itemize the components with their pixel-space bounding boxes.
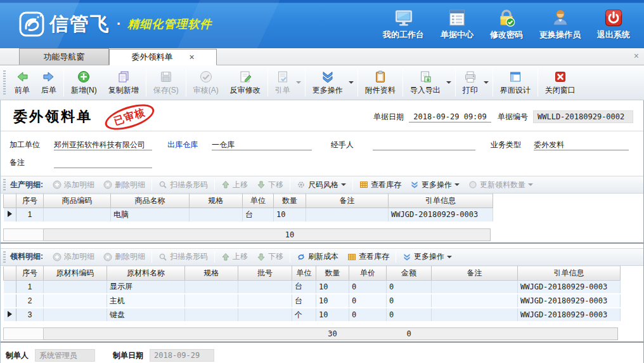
view-stock-button[interactable]: 查看库存 <box>343 251 394 262</box>
column-header[interactable]: 批号 <box>238 266 292 280</box>
save-button[interactable]: 保存(S) <box>148 68 184 98</box>
bill-no-label: 单据编号 <box>498 112 528 122</box>
size-style-gear-icon <box>297 180 306 189</box>
ui-design-button[interactable]: 界面设计 <box>494 68 536 98</box>
row-marker-header <box>4 194 16 208</box>
audit-button[interactable]: 审核(A) <box>188 68 224 98</box>
dropdown-caret-icon[interactable] <box>528 183 533 186</box>
more-actions-button[interactable]: 更多操作 <box>398 251 456 262</box>
production-section: 生产明细: 添加明细 删除明细 扫描条形码 上移 <box>1 176 643 244</box>
import-export-button[interactable]: 导入导出 <box>404 68 446 98</box>
new-doc-button[interactable]: 新增(N) <box>65 68 103 98</box>
row-marker-header <box>4 266 16 280</box>
dropdown-caret-icon[interactable] <box>349 81 354 84</box>
column-header[interactable]: 序号 <box>16 194 44 208</box>
column-header[interactable]: 数量 <box>316 266 349 280</box>
next-doc-button[interactable]: 后单 <box>35 68 62 98</box>
close-window-button[interactable]: 关闭窗口 <box>539 68 581 98</box>
scan-barcode-button[interactable]: 扫描条形码 <box>154 180 212 190</box>
add-detail-button[interactable]: 添加明细 <box>48 251 99 262</box>
more-chevrons-icon <box>410 180 419 189</box>
toolbar-separator <box>151 251 152 263</box>
main-toolbar: 前单 后单 新增(N) 复制新增 保存(S) 审核(A) 反审修改 <box>0 65 644 100</box>
dropdown-caret-icon[interactable] <box>296 81 301 84</box>
remark-field[interactable] <box>54 157 152 168</box>
move-up-button[interactable]: 上移 <box>217 251 252 262</box>
close-window-icon <box>553 70 567 84</box>
column-header[interactable]: 金额 <box>387 266 432 280</box>
nav-switch-operator[interactable]: 更换操作员 <box>539 8 581 41</box>
toolbar-grip-handle[interactable] <box>3 179 6 190</box>
material-section-label: 领料明细: <box>10 251 43 262</box>
column-header[interactable]: 单位 <box>292 266 316 280</box>
update-material-qty-button[interactable]: 更新领料数量 <box>464 180 538 190</box>
toolbar-separator <box>290 179 290 190</box>
make-date-label: 制单日期 <box>113 350 143 361</box>
delete-detail-button[interactable]: 删除明细 <box>99 251 150 262</box>
warehouse-link[interactable]: 出库仓库 <box>167 140 198 150</box>
print-icon <box>463 70 477 84</box>
unaudit-modify-button[interactable]: 反审修改 <box>224 68 266 98</box>
move-up-button[interactable]: 上移 <box>217 180 252 190</box>
column-header[interactable]: 商品名称 <box>111 194 190 208</box>
handler-field[interactable] <box>373 139 475 150</box>
attachments-button[interactable]: 附件资料 <box>359 68 401 98</box>
scan-barcode-button[interactable]: 扫描条形码 <box>154 251 212 262</box>
material-total-qty: 30 <box>316 328 349 340</box>
table-row[interactable]: 2 主机 台 10 0 0 WWJGD-20180929-0003 <box>4 294 621 308</box>
column-header[interactable]: 序号 <box>16 266 44 280</box>
nav-change-password[interactable]: 修改密码 <box>490 8 523 41</box>
table-row[interactable]: 3 键盘 个 10 0 0 WWJGD-20180929-0003 <box>4 308 621 322</box>
column-header[interactable]: 规格 <box>190 194 243 208</box>
tab-function-navigator[interactable]: 功能导航窗 <box>19 48 109 65</box>
nav-document-center[interactable]: 单据中心 <box>441 8 473 41</box>
tab-outsource-requisition[interactable]: 委外领料单 × <box>109 49 217 65</box>
column-header[interactable]: 单价 <box>349 266 387 280</box>
column-header[interactable]: 原材料名称 <box>107 266 185 280</box>
more-actions-button[interactable]: 更多操作 <box>307 68 349 98</box>
refresh-cost-button[interactable]: 刷新成本 <box>292 251 343 262</box>
warehouse-field[interactable]: 一仓库 <box>212 139 312 150</box>
dropdown-caret-icon[interactable] <box>446 81 451 84</box>
tabstrip-close-icon[interactable]: × <box>634 51 639 60</box>
dropdown-caret-icon[interactable] <box>484 81 489 84</box>
column-header[interactable]: 单位 <box>243 194 274 208</box>
column-header[interactable]: 引单信息 <box>389 194 493 208</box>
bill-date-field[interactable]: 2018-09-29 09:09 <box>409 111 491 122</box>
move-down-button[interactable]: 下移 <box>252 251 288 262</box>
add-detail-button[interactable]: 添加明细 <box>48 180 99 190</box>
biz-type-field[interactable]: 委外发料 <box>534 139 629 150</box>
move-down-button[interactable]: 下移 <box>252 180 288 190</box>
column-header[interactable]: 数量 <box>274 194 306 208</box>
nav-exit-system[interactable]: 退出系统 <box>597 8 630 41</box>
toolbar-grip-handle[interactable] <box>3 251 6 263</box>
copy-new-button[interactable]: 复制新增 <box>103 68 145 98</box>
table-row[interactable]: 1 电脑 台 10 WWJGD-20180929-0003 <box>4 208 493 222</box>
column-header[interactable]: 商品编码 <box>44 194 111 208</box>
toolbar-grip-handle[interactable] <box>3 70 6 95</box>
view-stock-grid-icon <box>347 253 356 261</box>
tab-close-icon[interactable]: × <box>189 53 194 62</box>
prev-doc-button[interactable]: 前单 <box>9 68 35 98</box>
dropdown-caret-icon[interactable] <box>447 256 452 258</box>
table-row[interactable]: 1 显示屏 台 10 0 0 WWJGD-20180929-0003 <box>4 280 621 294</box>
toolbar-separator <box>396 251 396 263</box>
column-header[interactable]: 引单信息 <box>518 266 621 280</box>
column-header[interactable]: 备注 <box>306 194 389 208</box>
column-header[interactable]: 备注 <box>432 266 518 280</box>
delete-detail-button[interactable]: 删除明细 <box>99 180 150 190</box>
ref-doc-button[interactable]: 引单 <box>269 68 296 98</box>
column-header[interactable]: 原材料编码 <box>44 266 107 280</box>
exit-power-icon <box>604 8 623 27</box>
dropdown-caret-icon[interactable] <box>454 183 460 186</box>
processor-field[interactable]: 郑州亚拓软件科技有限公司 <box>54 139 152 150</box>
nav-my-workbench[interactable]: 我的工作台 <box>383 8 424 41</box>
more-actions-button[interactable]: 更多操作 <box>406 180 464 190</box>
production-grid: 序号 商品编码 商品名称 规格 单位 数量 备注 引单信息 1 电脑 台 10 <box>3 194 493 223</box>
view-stock-button[interactable]: 查看库存 <box>355 180 406 190</box>
column-header[interactable]: 规格 <box>185 266 238 280</box>
change-password-lock-icon <box>497 8 516 27</box>
dropdown-caret-icon[interactable] <box>341 183 346 186</box>
print-button[interactable]: 打印 <box>457 68 484 98</box>
size-style-button[interactable]: 尺码风格 <box>292 180 351 190</box>
